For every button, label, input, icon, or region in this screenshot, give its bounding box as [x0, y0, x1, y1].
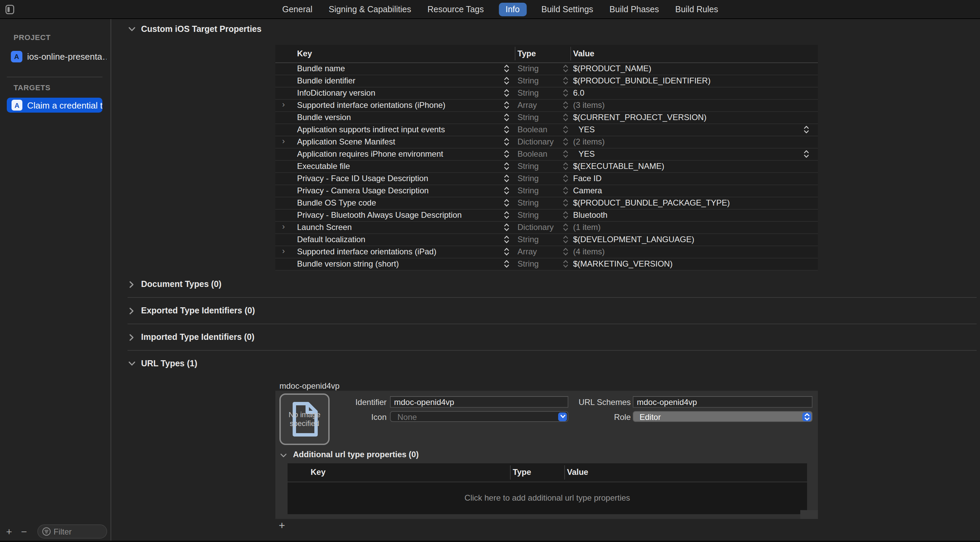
key-stepper-icon[interactable] — [504, 99, 509, 111]
url-type-image-well[interactable]: No image specified — [279, 394, 329, 445]
target-filter-field[interactable] — [37, 524, 107, 539]
chevron-down-icon — [280, 448, 287, 461]
row-type: String — [517, 63, 539, 74]
table-row[interactable]: ›Launch Screen Dictionary (1 item) — [275, 222, 818, 234]
type-stepper-icon[interactable] — [563, 63, 568, 74]
column-header-value: Value — [567, 467, 588, 477]
url-type-card: No image specified Identifier URL Scheme… — [275, 391, 818, 519]
type-stepper-icon[interactable] — [563, 124, 568, 136]
tab-general[interactable]: General — [281, 3, 313, 16]
table-row[interactable]: Bundle name String $(PRODUCT_NAME) — [275, 63, 818, 75]
chevron-down-icon — [127, 25, 136, 33]
table-row[interactable]: ›Supported interface orientations (iPad)… — [275, 246, 818, 258]
section-divider — [127, 297, 977, 298]
table-empty-area: Click here to add additional url type pr… — [288, 481, 807, 514]
section-imported-type-identifiers[interactable]: Imported Type Identifiers (0) — [127, 332, 255, 342]
disclosure-triangle-icon[interactable]: › — [282, 136, 285, 147]
row-type: Array — [517, 99, 537, 111]
type-stepper-icon[interactable] — [563, 136, 568, 148]
table-row[interactable]: Bundle OS Type code String $(PRODUCT_BUN… — [275, 197, 818, 209]
url-schemes-input[interactable] — [633, 396, 813, 408]
type-stepper-icon[interactable] — [563, 246, 568, 257]
sidebar-toggle-icon[interactable] — [5, 5, 14, 14]
type-stepper-icon[interactable] — [563, 148, 568, 160]
role-popup-button[interactable]: Editor — [633, 411, 813, 422]
table-row[interactable]: InfoDictionary version String 6.0 — [275, 87, 818, 99]
remove-target-button[interactable]: − — [21, 525, 27, 539]
table-row[interactable]: Bundle identifier String $(PRODUCT_BUNDL… — [275, 75, 818, 87]
section-url-types[interactable]: URL Types (1) — [127, 359, 197, 368]
type-stepper-icon[interactable] — [563, 234, 568, 245]
table-row[interactable]: Default localization String $(DEVELOPMEN… — [275, 234, 818, 246]
type-stepper-icon[interactable] — [563, 197, 568, 209]
tab-build-phases[interactable]: Build Phases — [608, 3, 660, 16]
identifier-label: Identifier — [329, 397, 387, 407]
add-additional-properties-link[interactable]: Click here to add additional url type pr… — [288, 493, 807, 503]
key-stepper-icon[interactable] — [504, 185, 509, 196]
key-stepper-icon[interactable] — [504, 112, 509, 123]
table-row[interactable]: Privacy - Camera Usage Description Strin… — [275, 185, 818, 197]
row-value: $(PRODUCT_BUNDLE_IDENTIFIER) — [573, 75, 710, 86]
table-row[interactable]: ›Application Scene Manifest Dictionary (… — [275, 136, 818, 148]
add-target-button[interactable]: + — [6, 525, 12, 539]
row-key: Bundle identifier — [297, 75, 355, 86]
sidebar-item-project[interactable]: A ios-online-presenta… — [11, 49, 107, 63]
url-type-item-name: mdoc-openid4vp — [279, 381, 339, 391]
sidebar-item-target-selected[interactable]: A Claim a credential t… — [7, 98, 102, 113]
key-stepper-icon[interactable] — [504, 234, 509, 245]
type-stepper-icon[interactable] — [563, 87, 568, 99]
disclosure-triangle-icon[interactable]: › — [282, 245, 285, 257]
row-key: Privacy - Face ID Usage Description — [297, 173, 428, 184]
tab-signing-capabilities[interactable]: Signing & Capabilities — [327, 3, 412, 16]
no-image-label: No image specified — [281, 410, 328, 428]
key-stepper-icon[interactable] — [504, 87, 509, 99]
type-stepper-icon[interactable] — [563, 222, 568, 233]
filter-input[interactable] — [54, 527, 97, 536]
section-document-types[interactable]: Document Types (0) — [127, 279, 221, 289]
key-stepper-icon[interactable] — [504, 222, 509, 233]
type-stepper-icon[interactable] — [563, 209, 568, 221]
tab-resource-tags[interactable]: Resource Tags — [426, 3, 485, 16]
additional-url-type-properties-header[interactable]: Additional url type properties (0) — [280, 448, 419, 461]
table-row[interactable]: Privacy - Bluetooth Always Usage Descrip… — [275, 209, 818, 222]
type-stepper-icon[interactable] — [563, 75, 568, 86]
table-row[interactable]: Bundle version String $(CURRENT_PROJECT_… — [275, 112, 818, 124]
disclosure-triangle-icon[interactable]: › — [282, 221, 285, 232]
type-stepper-icon[interactable] — [563, 112, 568, 123]
type-stepper-icon[interactable] — [563, 185, 568, 196]
table-row[interactable]: Application supports indirect input even… — [275, 124, 818, 136]
key-stepper-icon[interactable] — [504, 197, 509, 209]
key-stepper-icon[interactable] — [504, 258, 509, 269]
table-row[interactable]: Executable file String $(EXECUTABLE_NAME… — [275, 160, 818, 173]
section-exported-type-identifiers[interactable]: Exported Type Identifiers (0) — [127, 306, 255, 316]
tab-build-settings[interactable]: Build Settings — [540, 3, 595, 16]
key-stepper-icon[interactable] — [504, 136, 509, 148]
key-stepper-icon[interactable] — [504, 160, 509, 172]
boolean-popup-stepper-icon[interactable] — [803, 148, 809, 160]
type-stepper-icon[interactable] — [563, 258, 568, 269]
key-stepper-icon[interactable] — [504, 173, 509, 184]
type-stepper-icon[interactable] — [563, 99, 568, 111]
key-stepper-icon[interactable] — [504, 75, 509, 86]
tab-build-rules[interactable]: Build Rules — [674, 3, 719, 16]
add-url-type-button[interactable]: + — [279, 520, 285, 532]
project-app-icon: A — [11, 51, 22, 62]
type-stepper-icon[interactable] — [563, 173, 568, 184]
row-value: Bluetooth — [573, 209, 607, 221]
table-row[interactable]: Bundle version string (short) String $(M… — [275, 258, 818, 270]
disclosure-triangle-icon[interactable]: › — [282, 99, 285, 110]
table-row[interactable]: Application requires iPhone environment … — [275, 148, 818, 160]
boolean-popup-stepper-icon[interactable] — [803, 124, 809, 136]
icon-combo-box[interactable]: None — [390, 411, 568, 422]
key-stepper-icon[interactable] — [504, 148, 509, 160]
tab-info[interactable]: Info — [499, 3, 527, 16]
type-stepper-icon[interactable] — [563, 160, 568, 172]
key-stepper-icon[interactable] — [504, 209, 509, 221]
identifier-input[interactable] — [390, 396, 568, 408]
key-stepper-icon[interactable] — [504, 124, 509, 136]
section-custom-ios-target-properties[interactable]: Custom iOS Target Properties — [127, 24, 261, 34]
table-row[interactable]: Privacy - Face ID Usage Description Stri… — [275, 173, 818, 185]
key-stepper-icon[interactable] — [504, 246, 509, 257]
table-row[interactable]: ›Supported interface orientations (iPhon… — [275, 99, 818, 112]
key-stepper-icon[interactable] — [504, 63, 509, 74]
